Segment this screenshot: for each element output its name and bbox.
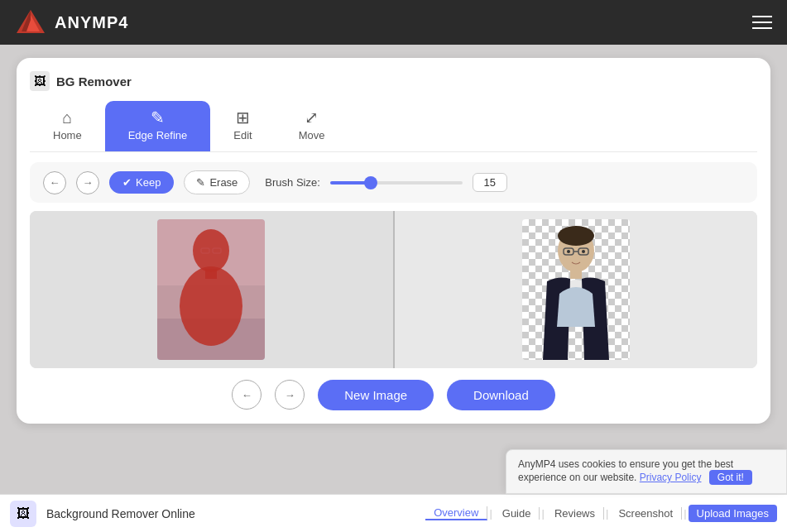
edit-icon: ⊞ bbox=[236, 109, 250, 126]
svg-point-13 bbox=[558, 226, 594, 246]
bg-remover-card: 🖼 BG Remover ⌂ Home ✎ Edge Refine ⊞ Edit… bbox=[17, 58, 770, 424]
top-navigation: ANYMP4 bbox=[0, 0, 787, 45]
new-image-button[interactable]: New Image bbox=[318, 380, 434, 410]
tab-move-label: Move bbox=[299, 129, 325, 141]
toolbar: ← → ✔ Keep ✎ Erase Brush Size: 15 bbox=[30, 162, 757, 203]
download-button[interactable]: Download bbox=[447, 380, 555, 410]
logo-area: ANYMP4 bbox=[15, 7, 128, 38]
erase-button[interactable]: ✎ Erase bbox=[184, 170, 250, 194]
erase-label: Erase bbox=[209, 176, 238, 189]
nav-guide[interactable]: Guide bbox=[494, 507, 540, 520]
undo-button[interactable]: ← bbox=[43, 171, 66, 194]
tab-move[interactable]: ⤢ Move bbox=[276, 101, 348, 151]
tab-edge-refine-label: Edge Refine bbox=[128, 129, 188, 141]
main-area: 🖼 BG Remover ⌂ Home ✎ Edge Refine ⊞ Edit… bbox=[0, 45, 787, 430]
bottom-bar-title: Background Remover Online bbox=[46, 507, 195, 520]
svg-rect-11 bbox=[157, 219, 265, 360]
redo-button[interactable]: → bbox=[76, 171, 99, 194]
edge-refine-icon: ✎ bbox=[151, 109, 165, 126]
nav-screenshot[interactable]: Screenshot bbox=[610, 507, 682, 520]
svg-point-19 bbox=[567, 250, 570, 253]
nav-upload-images[interactable]: Upload Images bbox=[689, 505, 777, 522]
home-icon: ⌂ bbox=[62, 109, 72, 126]
cookie-text: AnyMP4 uses cookies to ensure you get th… bbox=[518, 458, 733, 483]
brush-size-value: 15 bbox=[473, 173, 507, 192]
got-it-button[interactable]: Got it! bbox=[709, 470, 752, 485]
hamburger-menu[interactable] bbox=[752, 16, 772, 29]
tab-edit[interactable]: ⊞ Edit bbox=[210, 101, 275, 151]
bottom-bar: 🖼 Background Remover Online Overview | G… bbox=[0, 494, 787, 532]
logo-text: ANYMP4 bbox=[55, 13, 128, 32]
erase-icon: ✎ bbox=[196, 176, 205, 189]
svg-rect-14 bbox=[570, 269, 582, 279]
tab-edge-refine[interactable]: ✎ Edge Refine bbox=[105, 101, 211, 151]
nav-reviews[interactable]: Reviews bbox=[546, 507, 604, 520]
svg-point-20 bbox=[582, 250, 585, 253]
tabs-row: ⌂ Home ✎ Edge Refine ⊞ Edit ⤢ Move bbox=[30, 101, 757, 152]
result-image bbox=[522, 219, 630, 360]
keep-button[interactable]: ✔ Keep bbox=[109, 171, 174, 194]
tab-home-label: Home bbox=[53, 129, 82, 141]
tab-home[interactable]: ⌂ Home bbox=[30, 101, 105, 151]
original-person-svg bbox=[157, 219, 265, 360]
move-icon: ⤢ bbox=[305, 109, 319, 126]
keep-icon: ✔ bbox=[122, 176, 132, 189]
brush-size-slider[interactable] bbox=[330, 181, 463, 185]
images-row bbox=[30, 211, 757, 368]
prev-button[interactable]: ← bbox=[232, 380, 262, 410]
logo-icon bbox=[15, 7, 46, 38]
keep-label: Keep bbox=[136, 176, 161, 189]
cookie-banner: AnyMP4 uses cookies to ensure you get th… bbox=[506, 449, 787, 494]
card-icon: 🖼 bbox=[30, 71, 50, 91]
result-image-panel bbox=[395, 211, 758, 368]
result-person-svg bbox=[522, 219, 630, 360]
nav-overview[interactable]: Overview bbox=[425, 506, 487, 520]
privacy-policy-link[interactable]: Privacy Policy bbox=[640, 472, 702, 483]
bottom-nav-links: Overview | Guide | Reviews | Screenshot … bbox=[425, 505, 777, 522]
next-button[interactable]: → bbox=[275, 380, 305, 410]
brush-size-label: Brush Size: bbox=[265, 176, 319, 189]
tab-edit-label: Edit bbox=[233, 129, 252, 141]
bottom-buttons-row: ← → New Image Download bbox=[30, 380, 757, 410]
card-title: BG Remover bbox=[56, 74, 132, 89]
card-title-row: 🖼 BG Remover bbox=[30, 71, 757, 91]
bottom-bar-icon: 🖼 bbox=[10, 501, 36, 527]
original-image bbox=[157, 219, 265, 360]
original-image-panel bbox=[30, 211, 393, 368]
